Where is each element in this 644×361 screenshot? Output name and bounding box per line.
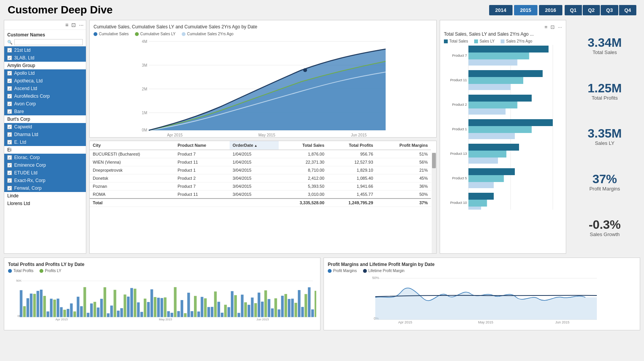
svg-rect-43 (468, 182, 494, 188)
search-input[interactable] (14, 39, 83, 45)
table-scrollbar[interactable] (432, 153, 436, 253)
svg-rect-26 (468, 77, 523, 84)
customer-item[interactable]: ✓Exact-Rx, Corp (4, 177, 86, 184)
cell-margin: 21% (376, 166, 431, 174)
svg-rect-157 (278, 309, 281, 317)
bottom-right-title: Profit Margins and Lifetime Profit Margi… (328, 262, 636, 267)
customer-item[interactable]: ✓AuroMedics Corp (4, 92, 86, 100)
customer-checkbox[interactable]: ✓ (7, 79, 12, 83)
legend-label-ly: Cumulative Sales LY (140, 32, 176, 36)
customer-checkbox[interactable]: ✓ (7, 140, 12, 144)
table-header[interactable]: Total Profits (327, 141, 376, 150)
customer-checkbox[interactable]: ✓ (7, 178, 12, 183)
customer-name: Llorens Ltd (7, 201, 30, 206)
customer-checkbox[interactable]: ✓ (7, 56, 12, 60)
cell-date: 3/04/2015 (230, 182, 279, 190)
svg-rect-124 (167, 311, 170, 317)
table-header[interactable]: OrderDate▲ (230, 141, 279, 150)
customer-item[interactable]: Linde (4, 192, 86, 200)
customer-item[interactable]: Burt's Corp (4, 115, 86, 123)
customer-item[interactable]: ✓ETUDE Ltd (4, 169, 86, 177)
bar-menu-icon[interactable]: ≡ (545, 24, 548, 30)
svg-rect-82 (26, 298, 29, 317)
table-header[interactable]: Profit Margins (376, 141, 431, 150)
customer-item[interactable]: ✓Apotheca, Ltd (4, 77, 86, 85)
q3-button[interactable]: Q3 (601, 5, 618, 15)
total-profits: 1,249,795.29 (327, 199, 376, 207)
table-row: Poznan Product 7 3/04/2015 5,393.50 1,94… (90, 182, 431, 190)
bar-chart-title: Total Sales, Sales LY and Sales 2Yrs Ago… (444, 31, 562, 37)
sidebar-menu-icon[interactable]: ≡ (65, 22, 68, 28)
bottom-left-title: Total Profits and Profits LY by Date (8, 262, 316, 267)
year-2014-button[interactable]: 2014 (489, 5, 513, 15)
kpi-card: 1.25M Total Profits (569, 82, 640, 101)
customer-checkbox[interactable]: ✓ (7, 102, 12, 106)
legend-dot-total-sales (444, 39, 448, 43)
customer-item[interactable]: ✓E. Ltd (4, 138, 86, 146)
customer-item[interactable]: ✓21st Ltd (4, 46, 86, 54)
legend-dot-2yrs (182, 32, 186, 36)
line-chart-panel: Cumulative Sales, Cumulative Sales LY an… (89, 20, 437, 138)
bottom-right-legend: Profit Margins Lifetime Profit Margin (328, 269, 636, 273)
customer-item[interactable]: Amylin Group (4, 62, 86, 69)
customer-name: 3LAB, Ltd (14, 55, 34, 61)
q1-button[interactable]: Q1 (565, 5, 582, 15)
year-2016-button[interactable]: 2016 (539, 5, 562, 15)
table-scroll-area[interactable]: CityProduct NameOrderDate▲Total SalesTot… (90, 141, 436, 253)
customer-name: Fenwal, Corp (14, 185, 41, 191)
svg-text:Product 13: Product 13 (450, 152, 467, 156)
bar-expand-icon[interactable]: ⊡ (550, 24, 555, 30)
customer-item[interactable]: ✓Dharma Ltd (4, 131, 86, 138)
bar-more-icon[interactable]: ··· (558, 24, 562, 30)
customer-item[interactable]: ✓Bare (4, 108, 86, 115)
customer-checkbox[interactable]: ✓ (7, 171, 12, 175)
customer-item[interactable]: ✓3LAB, Ltd (4, 54, 86, 62)
customer-checkbox[interactable]: ✓ (7, 48, 12, 53)
svg-text:Product 5: Product 5 (452, 176, 467, 180)
customer-checkbox[interactable]: ✓ (7, 86, 12, 91)
data-table-container: CityProduct NameOrderDate▲Total SalesTot… (89, 141, 437, 254)
cell-city: WIEN (Vienna) (90, 158, 174, 166)
svg-rect-144 (234, 295, 237, 317)
legend-label-lifetime-margin: Lifetime Profit Margin (368, 269, 404, 273)
legend-label-profit-margins: Profit Margins (333, 269, 357, 273)
customer-checkbox[interactable]: ✓ (7, 155, 12, 160)
customer-item[interactable]: ✓Ascend Ltd (4, 85, 86, 92)
customer-item[interactable]: ✓Elorac, Corp (4, 154, 86, 161)
q2-button[interactable]: Q2 (583, 5, 600, 15)
svg-rect-80 (20, 290, 23, 317)
year-2015-button[interactable]: 2015 (514, 5, 537, 15)
sidebar-expand-icon[interactable]: ⊡ (71, 22, 76, 28)
svg-rect-23 (468, 59, 518, 66)
cell-margin: 56% (376, 158, 431, 166)
bar-chart-panel: ≡ ⊡ ··· Total Sales, Sales LY and Sales … (440, 20, 566, 254)
bottom-right-svg: 50% 0% Apr 2015 May 2015 Jun 2015 (328, 274, 636, 324)
customer-item[interactable]: ✓Fenwal, Corp (4, 184, 86, 192)
customer-item[interactable]: ✓Capweld (4, 123, 86, 131)
customer-item[interactable]: ✓Eminence Corp (4, 161, 86, 169)
customer-checkbox[interactable]: ✓ (7, 109, 12, 114)
table-header[interactable]: Total Sales (279, 141, 327, 150)
legend-label-profits-ly: Profits LY (45, 269, 61, 273)
table-header[interactable]: Product Name (174, 141, 230, 150)
customer-checkbox[interactable]: ✓ (7, 94, 12, 98)
sidebar-more-icon[interactable]: ··· (79, 22, 84, 28)
customer-item[interactable]: ✓Avon Corp (4, 100, 86, 108)
svg-rect-98 (80, 306, 83, 317)
svg-rect-135 (204, 298, 207, 317)
customer-checkbox[interactable]: ✓ (7, 71, 12, 75)
customer-item[interactable]: ✓Apollo Ltd (4, 69, 86, 77)
customer-item[interactable]: Ei (4, 146, 86, 154)
svg-text:May 2015: May 2015 (258, 133, 275, 137)
q4-button[interactable]: Q4 (619, 5, 636, 15)
page-title: Customer Deep Dive (8, 4, 113, 16)
customer-checkbox[interactable]: ✓ (7, 163, 12, 167)
customer-item[interactable]: Llorens Ltd (4, 200, 86, 207)
svg-text:Product 10: Product 10 (450, 201, 467, 205)
customer-checkbox[interactable]: ✓ (7, 125, 12, 129)
svg-rect-31 (468, 108, 506, 115)
cell-product: Product 7 (174, 182, 230, 190)
customer-checkbox[interactable]: ✓ (7, 132, 12, 137)
customer-checkbox[interactable]: ✓ (7, 186, 12, 190)
table-header[interactable]: City (90, 141, 174, 150)
